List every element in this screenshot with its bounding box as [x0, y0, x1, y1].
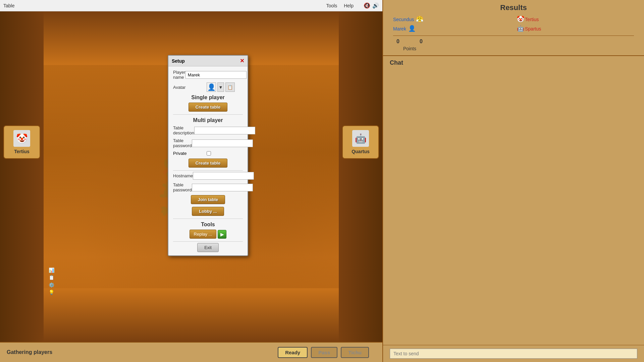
points-label: Points: [403, 46, 416, 51]
score1: 0: [396, 39, 399, 45]
avatar-label: Avatar: [173, 85, 207, 90]
settings-icon[interactable]: ⚙️: [49, 282, 54, 288]
sidebar: Results Secundus 😤 Marek 👤: [382, 0, 644, 362]
hostname-input[interactable]: [193, 172, 254, 180]
exit-btn[interactable]: Exit: [197, 243, 219, 252]
dialog-body: Player name Avatar 👤 ▼ 📋 Single player C…: [168, 66, 248, 255]
avatar-dropdown-btn[interactable]: ▼: [217, 82, 224, 92]
score2: 0: [420, 39, 423, 45]
sound-icon[interactable]: 🔊: [372, 2, 379, 9]
tichu-button[interactable]: Tichu: [341, 347, 369, 358]
player-name-label: Player name: [173, 70, 185, 80]
table-password-join-input[interactable]: [192, 184, 253, 191]
bar-chart-icon[interactable]: 📊: [49, 267, 54, 273]
tools-title: Tools: [173, 222, 243, 228]
multi-player-title: Multi player: [173, 117, 243, 123]
bottom-icons: 📊 📋 ⚙️ 💡: [49, 267, 54, 295]
lobby-btn[interactable]: Lobby ...: [192, 207, 224, 216]
menu-help[interactable]: Help: [344, 3, 354, 8]
menubar: Table Tools Help 🔇 🔊: [0, 0, 382, 11]
setup-dialog: Setup ✕ Player name Avatar 👤 ▼ 📋 Single …: [168, 55, 248, 256]
results-title: Results: [390, 3, 637, 12]
avatar-copy-btn[interactable]: 📋: [225, 82, 235, 92]
tertius-res-avatar: 🤡: [517, 15, 525, 23]
chat-input-area: [383, 345, 644, 362]
avatar-selector: 👤 ▼ 📋: [207, 82, 235, 92]
create-table-single-btn[interactable]: Create table: [189, 103, 227, 112]
tertius-avatar: 🤡: [13, 130, 30, 147]
points-row: Points: [390, 45, 637, 52]
dialog-header: Setup ✕: [168, 56, 248, 66]
status-buttons: Ready Pass Tichu: [278, 347, 369, 358]
tertius-res-name[interactable]: Tertius: [525, 17, 539, 22]
table-password-row: Table password: [173, 138, 243, 148]
player-tertius: 🤡 Tertius: [3, 125, 40, 159]
ready-button[interactable]: Ready: [278, 347, 308, 358]
table-password-join-label: Table password: [173, 182, 192, 192]
hostname-label: Hostname: [173, 173, 193, 178]
scores-row: 0 0: [390, 38, 637, 45]
table-password-input[interactable]: [192, 139, 253, 147]
avatar-row-container: Avatar 👤 ▼ 📋: [173, 82, 243, 92]
join-table-btn[interactable]: Join table: [191, 195, 225, 204]
replay-play-icon[interactable]: ▶: [218, 230, 226, 239]
tertius-label: Tertius: [14, 149, 30, 154]
player-name-row: Player name: [173, 70, 243, 80]
table-description-row: Table description: [173, 125, 243, 135]
app-title: Table: [3, 3, 14, 8]
table-description-label: Table description: [173, 125, 194, 135]
results-table: Secundus 😤 Marek 👤 🤡 Tertius 🤖: [390, 15, 637, 52]
result-row-secundus: Secundus 😤: [393, 15, 510, 24]
icon-row-2: 📋: [49, 275, 54, 280]
result-row-tertius: 🤡 Tertius: [517, 15, 634, 24]
game-area: 🐉 🤡 Tertius 🤖 Quartus 📊 📋 ⚙️ 💡 Gathering…: [0, 11, 382, 362]
secundus-avatar: 😤: [416, 15, 424, 23]
chat-area: Chat: [383, 56, 644, 70]
table-password-label: Table password: [173, 138, 192, 148]
table-description-input[interactable]: [194, 127, 255, 134]
table-password-join-row: Table password: [173, 182, 243, 192]
hostname-row: Hostname: [173, 172, 243, 180]
icon-row-4: 💡: [49, 290, 54, 295]
marek-name[interactable]: Marek: [393, 26, 406, 32]
icon-row-1: 📊: [49, 267, 54, 273]
avatar-icon: 👤: [207, 82, 216, 92]
replay-row: Replay ... ▶: [173, 230, 243, 239]
lightbulb-icon[interactable]: 💡: [49, 290, 54, 295]
private-checkbox[interactable]: [207, 151, 211, 156]
table-icon[interactable]: 📋: [49, 275, 54, 280]
mute-icon[interactable]: 🔇: [364, 2, 370, 9]
private-row: Private: [173, 151, 243, 156]
chat-title: Chat: [390, 59, 637, 66]
chat-input[interactable]: [390, 349, 637, 359]
spartus-avatar: 🤖: [517, 25, 525, 33]
result-row-marek: Marek 👤: [393, 24, 510, 34]
single-player-title: Single player: [173, 95, 243, 101]
results-panel: Results Secundus 😤 Marek 👤: [383, 0, 644, 56]
marek-avatar: 👤: [408, 25, 416, 33]
private-label: Private: [173, 151, 207, 156]
replay-btn[interactable]: Replay ...: [190, 230, 217, 239]
quartus-avatar: 🤖: [352, 130, 369, 147]
spartus-name[interactable]: Spartus: [525, 26, 541, 32]
quartus-label: Quartus: [352, 149, 370, 154]
close-icon[interactable]: ✕: [240, 58, 244, 64]
status-text: Gathering players: [7, 349, 52, 355]
dialog-title: Setup: [172, 58, 185, 64]
player-name-input[interactable]: [185, 71, 247, 79]
pass-button[interactable]: Pass: [311, 347, 337, 358]
secundus-name[interactable]: Secundus: [393, 17, 414, 22]
menu-tools[interactable]: Tools: [326, 3, 337, 8]
statusbar: Gathering players Ready Pass Tichu: [0, 342, 382, 362]
icon-row-3: ⚙️: [49, 282, 54, 288]
create-table-mp-btn[interactable]: Create table: [189, 159, 227, 168]
player-quartus: 🤖 Quartus: [342, 125, 379, 159]
result-row-spartus: 🤖 Spartus: [517, 24, 634, 34]
